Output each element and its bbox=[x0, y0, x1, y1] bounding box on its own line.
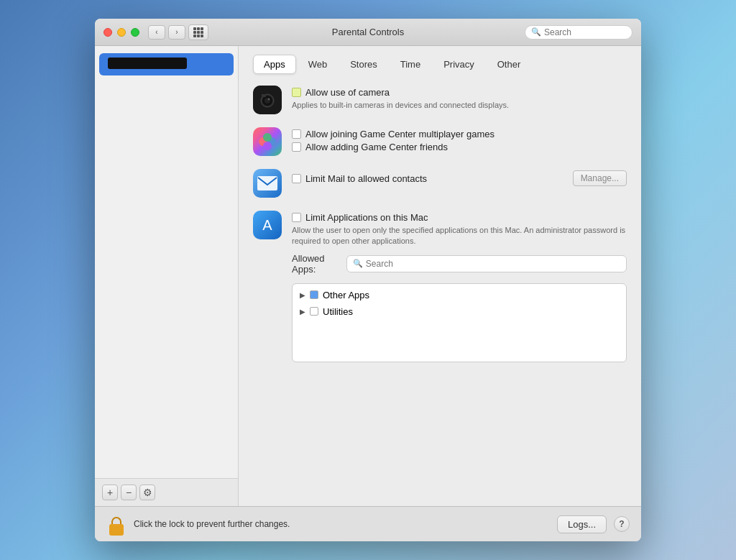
other-apps-label: Other Apps bbox=[323, 290, 369, 300]
lock-button[interactable] bbox=[106, 513, 126, 536]
appstore-svg: A bbox=[258, 216, 277, 234]
close-button[interactable] bbox=[104, 28, 112, 37]
sidebar: + − ⚙ bbox=[95, 46, 239, 506]
limit-apps-description: Allow the user to open only the specifie… bbox=[292, 225, 627, 247]
appstore-icon: A bbox=[253, 211, 282, 239]
camera-icon bbox=[253, 86, 282, 114]
limit-apps-label: Limit Applications on this Mac bbox=[305, 212, 428, 223]
game-center-setting-row: Allow joining Game Center multiplayer ga… bbox=[253, 127, 627, 156]
help-button[interactable]: ? bbox=[614, 516, 630, 532]
tab-other[interactable]: Other bbox=[487, 55, 532, 74]
game-center-icon-inner bbox=[253, 127, 282, 156]
friends-checkbox-row: Allow adding Game Center friends bbox=[292, 142, 627, 152]
tab-stores[interactable]: Stores bbox=[339, 55, 388, 74]
minimize-button[interactable] bbox=[117, 28, 126, 37]
game-center-icon bbox=[253, 127, 282, 156]
appstore-icon-bg: A bbox=[253, 211, 282, 239]
limit-apps-checkbox[interactable] bbox=[292, 213, 301, 222]
tab-apps[interactable]: Apps bbox=[253, 55, 296, 74]
lock-text: Click the lock to prevent further change… bbox=[134, 519, 550, 529]
multiplayer-checkbox-row: Allow joining Game Center multiplayer ga… bbox=[292, 129, 627, 139]
limit-apps-setting-details: Limit Applications on this Mac Allow the… bbox=[292, 211, 627, 362]
mail-checkbox-row: Limit Mail to allowed contacts Manage... bbox=[292, 170, 627, 186]
tab-time[interactable]: Time bbox=[390, 55, 431, 74]
allowed-apps-section: Allowed Apps: 🔍 ▶ Other Ap bbox=[292, 253, 627, 362]
allowed-apps-header: Allowed Apps: 🔍 bbox=[292, 253, 627, 279]
camera-checkbox-row: Allow use of camera bbox=[292, 87, 627, 98]
sidebar-actions: + − ⚙ bbox=[95, 478, 238, 506]
tabs: Apps Web Stores Time Privacy Other bbox=[253, 55, 627, 74]
gear-button[interactable]: ⚙ bbox=[139, 485, 155, 500]
apps-search-icon: 🔍 bbox=[353, 259, 363, 268]
camera-label: Allow use of camera bbox=[305, 87, 390, 98]
camera-description: Applies to built-in cameras in devices a… bbox=[292, 100, 627, 111]
search-icon: 🔍 bbox=[531, 27, 541, 37]
mail-checkbox[interactable] bbox=[292, 174, 301, 183]
grid-icon bbox=[193, 27, 203, 37]
back-button[interactable]: ‹ bbox=[148, 25, 165, 40]
apps-list: ▶ Other Apps ▶ Utilities bbox=[292, 283, 627, 362]
lock-shackle bbox=[111, 517, 121, 524]
nav-buttons: ‹ › bbox=[148, 25, 185, 40]
traffic-lights bbox=[104, 28, 139, 37]
other-apps-checkbox[interactable] bbox=[310, 290, 318, 299]
main-panel: Apps Web Stores Time Privacy Other bbox=[239, 46, 641, 506]
tab-web[interactable]: Web bbox=[298, 55, 339, 74]
mail-icon bbox=[253, 169, 282, 198]
mail-label: Limit Mail to allowed contacts bbox=[305, 173, 427, 184]
apps-search[interactable]: 🔍 bbox=[346, 255, 627, 272]
friends-label: Allow adding Game Center friends bbox=[305, 142, 448, 152]
apps-search-input[interactable] bbox=[366, 259, 620, 269]
mail-setting-row: Limit Mail to allowed contacts Manage... bbox=[253, 169, 627, 198]
grid-view-button[interactable] bbox=[188, 24, 208, 40]
content-area: + − ⚙ Apps Web Stores Time Privacy Other bbox=[95, 46, 641, 506]
friends-checkbox[interactable] bbox=[292, 142, 301, 152]
search-bar[interactable]: 🔍 bbox=[525, 25, 632, 40]
list-item[interactable]: ▶ Other Apps bbox=[293, 287, 626, 303]
titlebar: ‹ › Parental Controls 🔍 bbox=[95, 19, 641, 46]
svg-point-9 bbox=[263, 142, 272, 150]
mail-setting-details: Limit Mail to allowed contacts Manage... bbox=[292, 169, 627, 188]
remove-user-button[interactable]: − bbox=[121, 485, 137, 500]
svg-point-4 bbox=[268, 98, 270, 101]
triangle-icon: ▶ bbox=[300, 291, 305, 299]
logs-button[interactable]: Logs... bbox=[557, 515, 607, 533]
limit-apps-setting-row: A Limit Applications on this Mac Allow t… bbox=[253, 211, 627, 362]
camera-setting-row: Allow use of camera Applies to built-in … bbox=[253, 86, 627, 114]
allowed-apps-label: Allowed Apps: bbox=[292, 253, 341, 275]
svg-rect-5 bbox=[262, 94, 266, 97]
sidebar-user-label bbox=[108, 58, 187, 69]
list-item[interactable]: ▶ Utilities bbox=[293, 303, 626, 320]
sidebar-item-user[interactable] bbox=[99, 53, 234, 75]
game-center-setting-details: Allow joining Game Center multiplayer ga… bbox=[292, 127, 627, 155]
add-user-button[interactable]: + bbox=[102, 485, 118, 500]
game-center-svg bbox=[257, 131, 278, 152]
svg-point-8 bbox=[263, 133, 272, 142]
lock-body bbox=[109, 524, 124, 536]
svg-text:A: A bbox=[262, 217, 272, 233]
window-title: Parental Controls bbox=[332, 27, 404, 37]
triangle-icon: ▶ bbox=[300, 308, 305, 316]
maximize-button[interactable] bbox=[131, 28, 139, 37]
multiplayer-checkbox[interactable] bbox=[292, 129, 301, 139]
mail-icon-bg bbox=[253, 169, 282, 198]
bottom-bar: Click the lock to prevent further change… bbox=[95, 506, 641, 541]
camera-checkbox[interactable] bbox=[292, 88, 301, 97]
camera-setting-details: Allow use of camera Applies to built-in … bbox=[292, 86, 627, 111]
utilities-label: Utilities bbox=[323, 306, 353, 317]
svg-rect-10 bbox=[257, 176, 277, 191]
multiplayer-label: Allow joining Game Center multiplayer ga… bbox=[305, 129, 494, 139]
tab-privacy[interactable]: Privacy bbox=[433, 55, 485, 74]
settings-area: Allow use of camera Applies to built-in … bbox=[253, 86, 627, 497]
camera-svg bbox=[253, 86, 282, 114]
utilities-checkbox[interactable] bbox=[310, 307, 318, 316]
parental-controls-window: ‹ › Parental Controls 🔍 + − ⚙ bbox=[95, 19, 641, 541]
mail-svg bbox=[257, 176, 277, 191]
forward-button[interactable]: › bbox=[168, 25, 185, 40]
limit-apps-checkbox-row: Limit Applications on this Mac bbox=[292, 212, 627, 223]
search-input[interactable] bbox=[544, 27, 626, 37]
manage-button[interactable]: Manage... bbox=[573, 170, 627, 186]
